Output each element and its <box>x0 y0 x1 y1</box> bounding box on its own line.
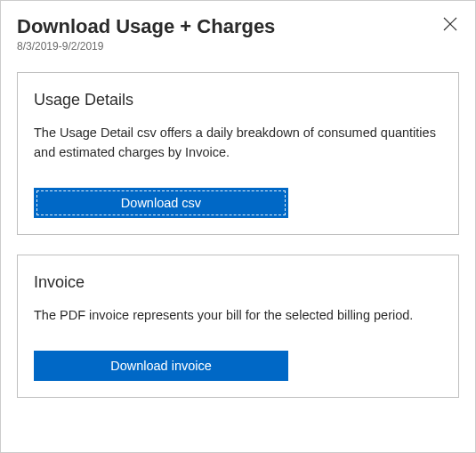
header-text: Download Usage + Charges 8/3/2019-9/2/20… <box>17 15 275 53</box>
usage-details-card: Usage Details The Usage Detail csv offer… <box>17 72 459 235</box>
close-icon <box>443 17 457 31</box>
download-usage-charges-panel: Download Usage + Charges 8/3/2019-9/2/20… <box>6 6 470 447</box>
close-button[interactable] <box>441 15 459 33</box>
invoice-title: Invoice <box>34 273 442 292</box>
panel-title: Download Usage + Charges <box>17 15 275 38</box>
usage-details-description: The Usage Detail csv offers a daily brea… <box>34 124 442 163</box>
download-csv-button[interactable]: Download csv <box>34 188 288 218</box>
invoice-description: The PDF invoice represents your bill for… <box>34 306 442 326</box>
download-invoice-button[interactable]: Download invoice <box>34 351 288 381</box>
date-range: 8/3/2019-9/2/2019 <box>17 40 275 53</box>
usage-details-title: Usage Details <box>34 91 442 109</box>
panel-header: Download Usage + Charges 8/3/2019-9/2/20… <box>17 15 459 53</box>
invoice-card: Invoice The PDF invoice represents your … <box>17 255 459 398</box>
